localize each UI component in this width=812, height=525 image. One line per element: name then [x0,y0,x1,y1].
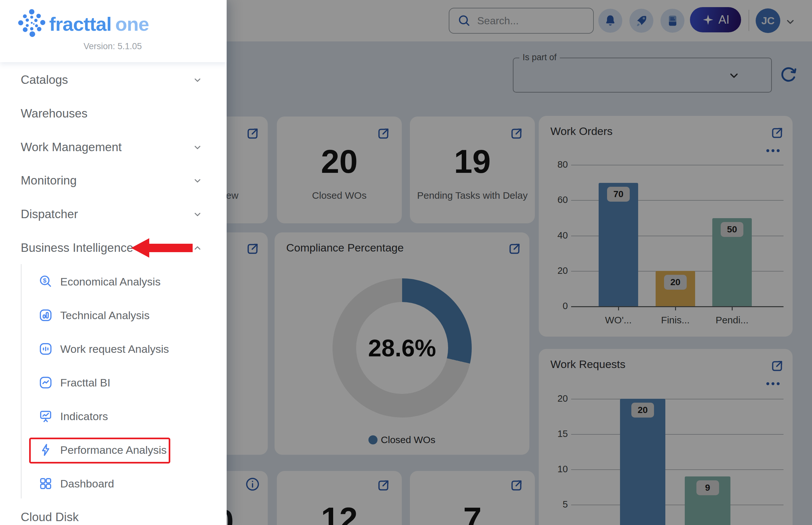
chevron-down-icon [192,176,203,186]
chevron-up-icon [192,243,203,253]
sidebar-item-catalogs[interactable]: Catalogs [21,70,203,90]
navigation-sidebar: fracttalone Version: 5.1.05 Catalogs War… [0,0,227,525]
version-label: Version: 5.1.05 [84,42,142,51]
nav-label: Technical Analysis [60,309,150,322]
sidebar-item-indicators[interactable]: Indicators [38,406,194,426]
sidebar-item-economical-analysis[interactable]: $ Economical Analysis [38,271,194,292]
nav-label: Fracttal BI [60,376,110,389]
sidebar-item-fracttal-bi[interactable]: Fracttal BI [38,372,194,393]
sidebar-item-dashboard[interactable]: Dashboard [38,473,194,494]
nav-label: Dispatcher [21,208,78,221]
sidebar-item-cloud-disk[interactable]: Cloud Disk [21,508,203,525]
chevron-down-icon [192,142,203,152]
nav-label: Dashboard [60,477,114,490]
sidebar-item-monitoring[interactable]: Monitoring [21,171,203,190]
submenu-indent-guide [21,264,22,498]
sidebar-item-warehouses[interactable]: Warehouses [21,104,203,123]
grid-icon [38,476,53,491]
dollar-search-icon: $ [38,274,53,289]
nav-label: Warehouses [21,107,87,120]
sidebar-header: fracttalone Version: 5.1.05 [0,0,227,62]
nav-label: Cloud Disk [21,510,79,524]
brand-wordmark: fracttalone [49,13,149,35]
fracttal-logo-icon [17,9,47,40]
nav-label: Economical Analysis [60,275,161,288]
mini-bars-icon [38,342,53,356]
trend-line-icon [38,375,53,390]
brand-name: fracttal [49,13,112,35]
chevron-down-icon [192,75,203,85]
sidebar-item-work-request-analysis[interactable]: Work request Analysis [38,339,194,359]
nav-label: Indicators [60,410,108,423]
nav-label: Monitoring [21,174,77,188]
nav-label: Work Management [21,140,122,154]
svg-text:$: $ [43,277,47,284]
nav-label: Work request Analysis [60,343,169,355]
sidebar-item-technical-analysis[interactable]: Technical Analysis [38,305,194,326]
nav-label: Catalogs [21,73,68,87]
presentation-chart-icon [38,409,53,424]
chevron-down-icon [192,209,203,220]
sidebar-item-dispatcher[interactable]: Dispatcher [21,205,203,224]
annotation-highlight-box [29,438,170,464]
fracttal-one-app: AI JC Is part of ew 20 Closed WOs 19 Pen [0,0,812,525]
nav-label: Business Intelligence [21,241,133,255]
sidebar-item-work-management[interactable]: Work Management [21,138,203,157]
annotation-arrow [131,238,193,258]
brand-suffix: one [115,13,149,35]
bar-chart-icon [38,308,53,323]
